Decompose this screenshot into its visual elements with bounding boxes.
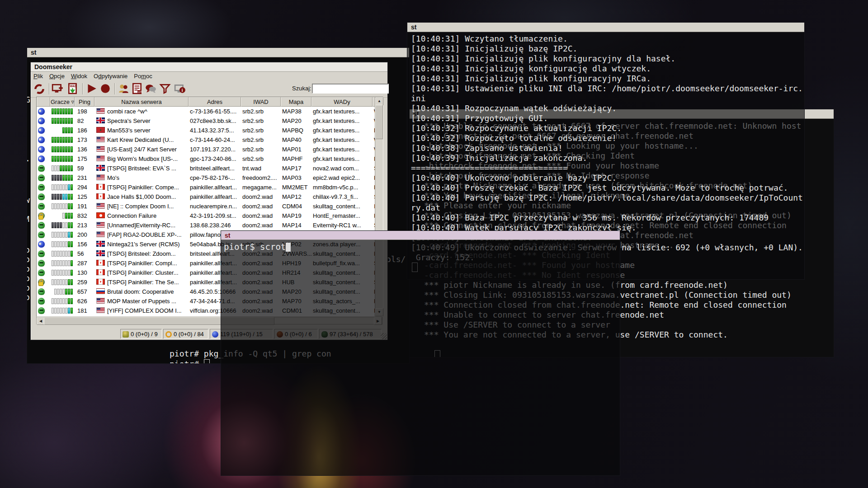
column-header-Nazwa serwera[interactable]: Nazwa serwera — [94, 97, 189, 107]
country-flag-us — [96, 108, 105, 114]
terminal-line: [10:40:40] Parsuję bazę IP2C: /home/piot… — [411, 193, 804, 203]
players-bar — [52, 222, 73, 230]
table-row[interactable]: 136[US-East] 24/7 Kart Server107.191.37.… — [37, 145, 375, 154]
wad-download-icon[interactable]: WAD — [67, 83, 80, 95]
terminal-line: [10:40:32] Rozpoczęto totalne odświeżeni… — [411, 133, 804, 143]
table-row[interactable]: 213[Unnamed]Eviternity-RC...138.68.238.2… — [37, 221, 375, 230]
toolbar-separator — [114, 83, 115, 94]
terminal-line: [10:40:38] Zapisano ustawienia! — [411, 143, 804, 153]
map-name: MAP19 — [281, 211, 311, 221]
players-icon[interactable] — [118, 83, 130, 95]
terminal-line: [10:40:31] Inicjalizuję konfigurację dla… — [411, 64, 804, 74]
wads-list: gfx.kart textures... — [311, 126, 373, 135]
record-demo-icon[interactable] — [99, 83, 112, 95]
column-header-Gracze[interactable]: Gracze ▿ — [50, 97, 75, 107]
status-counter: 0 (0+0) / 9 — [120, 329, 162, 339]
server-name: [TSPG] Britsteel: EVA`S ... — [94, 164, 189, 173]
filter-icon[interactable] — [159, 83, 172, 95]
server-address: painkiller.allfeart... — [189, 183, 241, 192]
search-input[interactable] — [312, 84, 389, 94]
menu-item-plik[interactable]: Plik — [33, 72, 43, 80]
table-row[interactable]: 175Big Worm's Mudbox [US-...gpc-173-240-… — [37, 154, 375, 164]
terminal-text-fragment: p — [27, 254, 30, 264]
server-address: 41.143.32.37:5... — [189, 126, 241, 135]
chat-icon[interactable] — [145, 83, 157, 95]
scrollbar-thumb[interactable] — [375, 105, 383, 139]
iwad-name: doom2.wad — [241, 192, 281, 202]
window-title: st — [411, 23, 416, 31]
refresh-icon[interactable] — [33, 83, 46, 95]
table-row[interactable]: 173Kart Krew Dedicated (U...c-73-144-60-… — [37, 135, 375, 145]
table-row[interactable]: 294[TSPG] Painkiller: Compe...painkiller… — [37, 183, 375, 192]
join-icon[interactable] — [85, 83, 98, 95]
table-row[interactable]: 82Spectra's Server027c8ee3.bb.sk...srb2.… — [37, 116, 375, 126]
srb2-engine-icon — [38, 241, 45, 248]
table-header: Gracze ▿PingNazwa serweraAdresIWADMapaWA… — [37, 97, 375, 107]
zandronum-engine-icon — [38, 174, 45, 181]
iwad-name: srb2.srb — [241, 145, 281, 154]
players-bar — [52, 194, 73, 202]
country-flag-ca — [96, 269, 105, 275]
table-row[interactable]: 832Connection Failure42-3-191-209.st...d… — [37, 211, 375, 221]
terminal-line: ry.dat — [411, 203, 804, 213]
server-address: 027c8ee3.bb.sk... — [189, 116, 241, 126]
toolbar: WAD LOG i Szukaj: — [31, 81, 387, 98]
ping-value: 832 — [75, 211, 94, 221]
table-row[interactable]: 125Jace Halls $1,000 Doom...painkiller.a… — [37, 192, 375, 202]
server-info-icon[interactable]: i — [174, 83, 187, 95]
menu-item-pomoc[interactable]: Pomoc — [134, 72, 152, 80]
terminal-text-fragment: p — [27, 245, 30, 254]
terminal-content[interactable]: piotr$ scrot — [221, 240, 620, 475]
server-name: MOP Master of Puppets ... — [94, 296, 189, 306]
column-header-Ping[interactable]: Ping — [75, 97, 94, 107]
menu-item-widok[interactable]: Widok — [71, 72, 87, 80]
country-flag-ru — [96, 288, 105, 294]
table-row[interactable]: 59[TSPG] Britsteel: EVA`S ...britsteel.a… — [37, 164, 375, 173]
zandronum-engine-icon — [38, 288, 45, 295]
server-address: painkiller.allfeart... — [189, 192, 241, 202]
table-row[interactable]: 198combi race ^w^c-73-136-61-55....srb2.… — [37, 107, 375, 116]
window-title: Doomseeker — [34, 63, 72, 70]
country-flag-ca — [96, 193, 105, 199]
ping-value: 173 — [75, 135, 94, 145]
column-header-Mapa[interactable]: Mapa — [281, 97, 311, 107]
column-header-blank[interactable] — [37, 97, 50, 107]
terminal-line: [10:40:39] Inicjalizacja zakończona. — [411, 153, 804, 163]
srb2-engine-icon — [38, 155, 45, 162]
map-name: MAP01 — [281, 145, 311, 154]
menu-item-odpytywanie[interactable]: Odpytywanie — [94, 72, 127, 80]
players-bar — [52, 175, 73, 183]
column-header-WADy[interactable]: WADy — [311, 97, 373, 107]
terminal-text-fragment: G — [27, 95, 30, 104]
window-titlebar[interactable]: Doomseeker — [31, 62, 387, 72]
server-name: Brutal doom: Cooperative — [94, 287, 189, 296]
players-bar — [52, 146, 73, 154]
add-server-icon[interactable] — [52, 83, 64, 95]
players-bar — [52, 127, 73, 135]
ping-value: 130 — [75, 268, 94, 277]
wads-list: mm8bdm-v5c.p... — [311, 183, 373, 192]
wads-list: gfx.kart textures... — [311, 154, 373, 164]
window-titlebar[interactable]: st — [27, 48, 409, 57]
srb2-engine-icon — [38, 127, 45, 134]
table-row[interactable]: 231Mo'scpe-75-82-176-...freedoom2....MAP… — [37, 173, 375, 183]
scroll-up-icon[interactable]: ▲ — [375, 97, 383, 105]
srb2-icon — [212, 331, 218, 338]
window-titlebar[interactable]: st — [221, 231, 620, 240]
window-title: st — [31, 49, 36, 56]
log-icon[interactable]: LOG — [131, 83, 144, 95]
menu-item-opcje[interactable]: Opcje — [49, 72, 65, 80]
wads-list: HontE_remaster... — [311, 211, 373, 221]
ping-value: 136 — [75, 145, 94, 154]
server-name: Nintega21's Server (RCMS) — [94, 239, 189, 249]
table-row[interactable]: 191[NE] :: Complex Doom I...nuclearempir… — [37, 202, 375, 211]
column-header-IWAD[interactable]: IWAD — [241, 97, 281, 107]
country-flag-us — [96, 146, 105, 152]
table-row[interactable]: 186Man553's server41.143.32.37:5...srb2.… — [37, 126, 375, 135]
window-titlebar[interactable]: st — [407, 23, 804, 32]
iwad-name: srb2.srb — [241, 126, 281, 135]
iwad-name: srb2.srb — [241, 107, 281, 116]
map-name: MAP38 — [281, 107, 311, 116]
column-header-Adres[interactable]: Adres — [189, 97, 241, 107]
terminal-line: [10:40:31] Przygotowuję GUI. — [411, 113, 804, 123]
